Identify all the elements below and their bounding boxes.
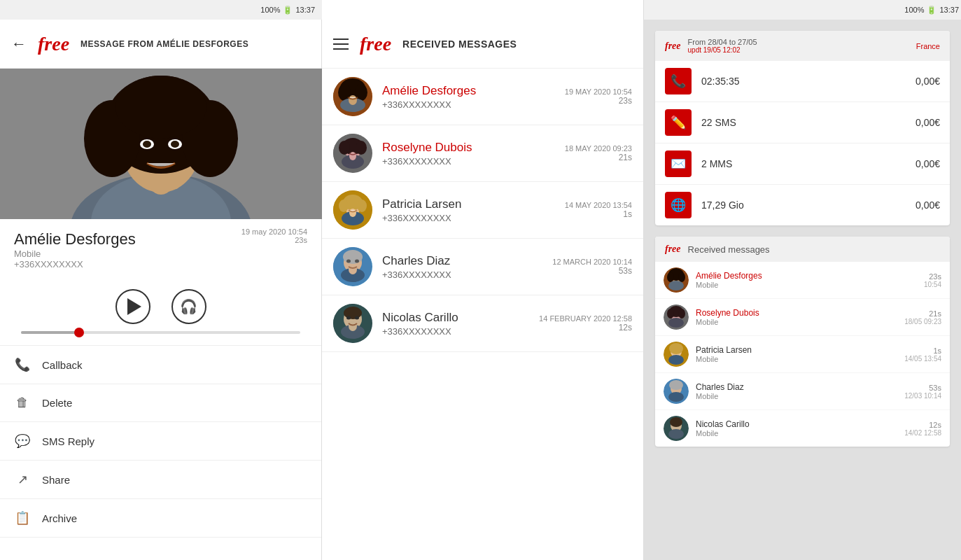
status-bar-panel2: 100% 🔋 13:37 <box>644 0 961 20</box>
free-logo-p2: free <box>360 33 391 55</box>
panel1-header-title: MESSAGE FROM AMÉLIE DESFORGES <box>80 39 248 49</box>
mini-msg-name-2: Roselyne Dubois <box>696 308 897 318</box>
mini-msg-content-2: Roselyne Dubois Mobile <box>696 308 897 326</box>
mini-avatar-1 <box>664 267 689 293</box>
msg-meta-1: 19 MAY 2020 10:54 23s <box>565 88 632 106</box>
mini-msg-meta-2: 21s 18/05 09:23 <box>904 309 941 326</box>
callback-label: Callback <box>42 359 83 371</box>
message-item-2[interactable]: Roselyne Dubois +336XXXXXXXX 18 MAY 2020… <box>322 125 643 182</box>
avatar-patricia-img <box>333 190 372 230</box>
hamburger-button[interactable] <box>333 38 349 50</box>
progress-bar-container[interactable] <box>0 331 321 345</box>
archive-label: Archive <box>42 512 77 524</box>
avatar-nicolas-img <box>333 304 372 343</box>
usage-country: France <box>916 42 940 50</box>
play-button[interactable] <box>115 289 150 324</box>
hamburger-line <box>333 38 349 40</box>
mini-msg-date-2: 18/05 09:23 <box>904 318 941 326</box>
headphone-button[interactable]: 🎧 <box>171 289 206 324</box>
contact-name: Amélie Desforges <box>14 230 136 248</box>
svg-point-39 <box>346 260 351 263</box>
msg-content-3: Patricia Larsen +336XXXXXXXX <box>382 197 555 223</box>
svg-point-45 <box>349 321 357 331</box>
message-item-5[interactable]: Nicolas Carillo +336XXXXXXXX 14 FEBRUARY… <box>322 295 643 352</box>
progress-track[interactable] <box>21 331 300 334</box>
msg-name-3: Patricia Larsen <box>382 197 555 211</box>
mini-msg-duration-2: 21s <box>904 309 941 318</box>
battery-icon-p1: 🔋 <box>283 6 293 15</box>
share-label: Share <box>42 474 70 486</box>
mini-msg-content-1: Amélie Desforges Mobile <box>696 271 917 289</box>
delete-action[interactable]: 🗑 Delete <box>0 384 321 422</box>
msg-name-2: Roselyne Dubois <box>382 141 555 155</box>
panel2-header-title: RECEIVED MESSAGES <box>402 38 517 50</box>
battery-percent-p2: 100% <box>904 6 924 14</box>
mini-msg-name-3: Patricia Larsen <box>696 345 897 355</box>
data-value: 0,00€ <box>916 200 940 211</box>
avatar-roselyne-img <box>333 134 372 173</box>
mini-msg-type-3: Mobile <box>696 355 897 363</box>
messages-card-title: Received messages <box>688 244 770 255</box>
back-button[interactable]: ← <box>11 35 27 53</box>
portrait-image <box>0 69 322 219</box>
battery-percent-p1: 100% <box>260 6 280 14</box>
msg-number-2: +336XXXXXXXX <box>382 156 555 167</box>
msg-name-1: Amélie Desforges <box>382 84 555 98</box>
calls-icon: 📞 <box>671 74 686 89</box>
msg-number-3: +336XXXXXXXX <box>382 213 555 223</box>
contact-date: 19 may 2020 10:54 <box>241 227 307 236</box>
svg-point-12 <box>171 141 179 148</box>
callback-icon: 📞 <box>14 357 31 372</box>
mini-msg-3[interactable]: Patricia Larsen Mobile 1s 14/05 13:54 <box>655 336 950 373</box>
msg-meta-3: 14 MAY 2020 13:54 1s <box>565 201 632 219</box>
mini-msg-meta-1: 23s 10:54 <box>924 272 941 288</box>
sms-reply-action[interactable]: 💬 SMS Reply <box>0 422 321 461</box>
mini-msg-4[interactable]: Charles Diaz Mobile 53s 12/03 10:14 <box>655 373 950 410</box>
mini-msg-meta-4: 53s 12/03 10:14 <box>904 384 941 400</box>
mini-msg-name-5: Nicolas Carillo <box>696 419 897 429</box>
time-p1: 13:37 <box>295 6 315 14</box>
mini-msg-5[interactable]: Nicolas Carillo Mobile 12s 14/02 12:58 <box>655 410 950 447</box>
archive-action[interactable]: 📋 Archive <box>0 499 321 538</box>
msg-date-1: 19 MAY 2020 10:54 <box>565 88 632 96</box>
mini-msg-duration-3: 1s <box>904 346 941 355</box>
progress-fill <box>21 331 77 334</box>
messages-mini-card: free Received messages Amélie Des <box>655 237 950 447</box>
mini-msg-1[interactable]: Amélie Desforges Mobile 23s 10:54 <box>655 262 950 299</box>
data-label: 17,29 Gio <box>701 200 916 211</box>
contact-info: Amélie Desforges Mobile +336XXXXXXXX 19 … <box>0 219 321 275</box>
share-action[interactable]: ↗ Share <box>0 461 321 499</box>
usage-date-range: From 28/04 to 27/05 <box>688 38 909 46</box>
message-item-1[interactable]: Amélie Desforges +336XXXXXXXX 19 MAY 202… <box>322 69 643 125</box>
usage-data-row: 🌐 17,29 Gio 0,00€ <box>655 185 950 225</box>
message-item-3[interactable]: Patricia Larsen +336XXXXXXXX 14 MAY 2020… <box>322 182 643 239</box>
callback-action[interactable]: 📞 Callback <box>0 346 321 384</box>
svg-point-57 <box>667 309 674 318</box>
data-icon-box: 🌐 <box>665 192 692 218</box>
svg-point-66 <box>669 380 683 390</box>
sms-icon: 💬 <box>14 433 31 449</box>
mini-msg-2[interactable]: Roselyne Dubois Mobile 21s 18/05 09:23 <box>655 299 950 336</box>
delete-label: Delete <box>42 397 72 409</box>
message-item-4[interactable]: Charles Diaz +336XXXXXXXX 12 MARCH 2020 … <box>322 239 643 295</box>
svg-point-33 <box>349 209 356 217</box>
mini-msg-date-5: 14/02 12:58 <box>904 429 941 437</box>
mini-msg-content-3: Patricia Larsen Mobile <box>696 345 897 363</box>
mini-msg-content-4: Charles Diaz Mobile <box>696 382 897 400</box>
msg-content-1: Amélie Desforges +336XXXXXXXX <box>382 84 555 110</box>
sms-value: 0,00€ <box>916 117 940 128</box>
player-section: 🎧 <box>0 275 321 331</box>
msg-number-1: +336XXXXXXXX <box>382 99 555 110</box>
msg-content-4: Charles Diaz +336XXXXXXXX <box>382 254 542 280</box>
calls-value: 0,00€ <box>916 76 940 87</box>
msg-content-2: Roselyne Dubois +336XXXXXXXX <box>382 141 555 167</box>
calls-label: 02:35:35 <box>701 76 916 87</box>
contact-type: Mobile <box>14 248 136 259</box>
free-logo-usage: free <box>665 41 681 52</box>
mini-msg-meta-5: 12s 14/02 12:58 <box>904 421 941 437</box>
msg-meta-2: 18 MAY 2020 09:23 21s <box>565 144 632 162</box>
svg-point-38 <box>349 265 357 274</box>
mini-avatar-4 <box>664 379 689 404</box>
avatar-charles-img <box>333 247 372 286</box>
mini-msg-type-5: Mobile <box>696 429 897 438</box>
